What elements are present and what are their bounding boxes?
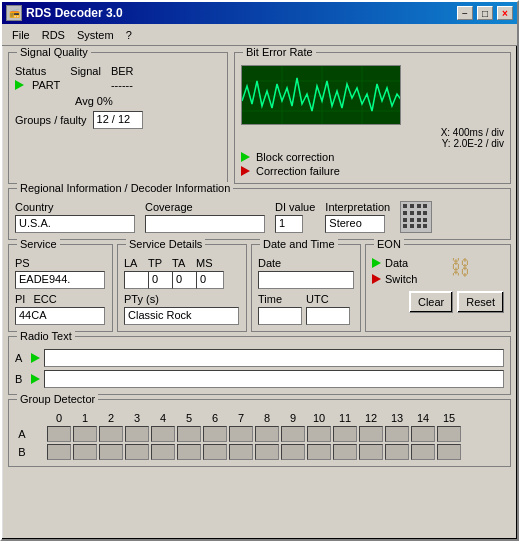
link-icon: ⛓ xyxy=(446,253,474,281)
grid-cell-b-3 xyxy=(125,444,149,460)
grid-row-a: A xyxy=(15,426,504,442)
grid-cell-a-1 xyxy=(73,426,97,442)
grid-cell-b-12 xyxy=(359,444,383,460)
signal-quality-group: Signal Quality Status PART Signal xyxy=(8,52,228,184)
eon-label: EON xyxy=(374,238,404,250)
window-title: RDS Decoder 3.0 xyxy=(26,6,453,20)
service-group: Service PS EADE944. PI ECC 44CA xyxy=(8,244,113,332)
grid-col-12: 12 xyxy=(359,412,383,424)
grid-cell-b-10 xyxy=(307,444,331,460)
grid-cell-a-7 xyxy=(229,426,253,442)
grid-cell-b-4 xyxy=(151,444,175,460)
grid-cell-b-9 xyxy=(281,444,305,460)
group-detector-grid: 0 1 2 3 4 5 6 7 8 9 10 11 12 13 14 15 xyxy=(15,412,504,460)
pi-input[interactable]: 44CA xyxy=(15,307,105,325)
close-button[interactable]: × xyxy=(497,6,513,20)
radio-a-text[interactable] xyxy=(44,349,504,367)
pty-input[interactable]: Classic Rock xyxy=(124,307,239,325)
eon-data-led xyxy=(372,258,381,268)
grid-cell-a-4 xyxy=(151,426,175,442)
ber-label: BER xyxy=(111,65,134,77)
radio-text-group: Radio Text A B xyxy=(8,336,511,395)
grid-cell-a-12 xyxy=(359,426,383,442)
utc-input[interactable] xyxy=(306,307,350,325)
country-label: Country xyxy=(15,201,135,213)
radio-b-label: B xyxy=(15,373,27,385)
grid-cell-b-5 xyxy=(177,444,201,460)
grid-cell-a-9 xyxy=(281,426,305,442)
grid-a-label: A xyxy=(15,428,29,440)
regional-group: Regional Information / Decoder Informati… xyxy=(8,188,511,240)
pi-label: PI xyxy=(15,293,25,305)
date-time-group: Date and Time Date Time UTC xyxy=(251,244,361,332)
group-detector-label: Group Detector xyxy=(17,393,98,405)
tp-label: TP xyxy=(148,257,168,269)
radio-b-text[interactable] xyxy=(44,370,504,388)
interpretation-input[interactable]: Stereo xyxy=(325,215,385,233)
status-label: Status xyxy=(15,65,60,77)
eon-group: EON Data Switch ⛓ Clear xyxy=(365,244,511,332)
menu-help[interactable]: ? xyxy=(120,27,138,43)
avg-label: Avg 0% xyxy=(75,95,113,107)
grid-col-9: 9 xyxy=(281,412,305,424)
service-details-group: Service Details LA TP 0 TA 0 xyxy=(117,244,247,332)
title-bar: 📻 RDS Decoder 3.0 − □ × xyxy=(2,2,517,24)
minimize-button[interactable]: − xyxy=(457,6,473,20)
grid-row-b: B xyxy=(15,444,504,460)
service-label: Service xyxy=(17,238,60,250)
radio-a-label: A xyxy=(15,352,27,364)
signal-label: Signal xyxy=(70,65,101,77)
clear-button[interactable]: Clear xyxy=(409,291,453,313)
coverage-input[interactable] xyxy=(145,215,265,233)
groups-label: Groups / faulty xyxy=(15,114,87,126)
grid-col-6: 6 xyxy=(203,412,227,424)
utc-label: UTC xyxy=(306,293,329,305)
eon-switch-led xyxy=(372,274,381,284)
regional-label: Regional Information / Decoder Informati… xyxy=(17,182,233,194)
signal-value xyxy=(70,79,101,91)
grid-col-10: 10 xyxy=(307,412,331,424)
reset-button[interactable]: Reset xyxy=(457,291,504,313)
main-window: 📻 RDS Decoder 3.0 − □ × File RDS System … xyxy=(0,0,519,541)
country-input[interactable]: U.S.A. xyxy=(15,215,135,233)
grid-cell-b-13 xyxy=(385,444,409,460)
signal-quality-label: Signal Quality xyxy=(17,46,91,58)
grid-col-15: 15 xyxy=(437,412,461,424)
eon-data-label: Data xyxy=(385,257,408,269)
menu-system[interactable]: System xyxy=(71,27,120,43)
block-correction-led xyxy=(241,152,250,162)
status-led xyxy=(15,80,24,90)
eon-switch-label: Switch xyxy=(385,273,417,285)
date-time-label: Date and Time xyxy=(260,238,338,250)
bit-error-rate-label: Bit Error Rate xyxy=(243,46,316,58)
grid-col-5: 5 xyxy=(177,412,201,424)
correction-failure-label: Correction failure xyxy=(256,165,340,177)
x-div-label: X: 400ms / div xyxy=(241,127,504,138)
time-input[interactable] xyxy=(258,307,302,325)
grid-cell-b-1 xyxy=(73,444,97,460)
ms-input[interactable]: 0 xyxy=(196,271,224,289)
grid-cell-a-2 xyxy=(99,426,123,442)
di-input[interactable]: 1 xyxy=(275,215,303,233)
maximize-button[interactable]: □ xyxy=(477,6,493,20)
grid-col-2: 2 xyxy=(99,412,123,424)
la-label: LA xyxy=(124,257,144,269)
block-correction-label: Block correction xyxy=(256,151,334,163)
app-icon: 📻 xyxy=(6,5,22,21)
grid-cell-a-15 xyxy=(437,426,461,442)
menu-rds[interactable]: RDS xyxy=(36,27,71,43)
di-label: DI value xyxy=(275,201,315,213)
grid-cell-a-13 xyxy=(385,426,409,442)
date-input[interactable] xyxy=(258,271,354,289)
ecc-label: ECC xyxy=(33,293,56,305)
ps-label: PS xyxy=(15,257,30,269)
menu-file[interactable]: File xyxy=(6,27,36,43)
ps-input[interactable]: EADE944. xyxy=(15,271,105,289)
ms-label: MS xyxy=(196,257,216,269)
grid-col-14: 14 xyxy=(411,412,435,424)
grid-cell-b-0 xyxy=(47,444,71,460)
grid-col-13: 13 xyxy=(385,412,409,424)
grid-cell-b-14 xyxy=(411,444,435,460)
grid-col-0: 0 xyxy=(47,412,71,424)
coverage-label: Coverage xyxy=(145,201,265,213)
